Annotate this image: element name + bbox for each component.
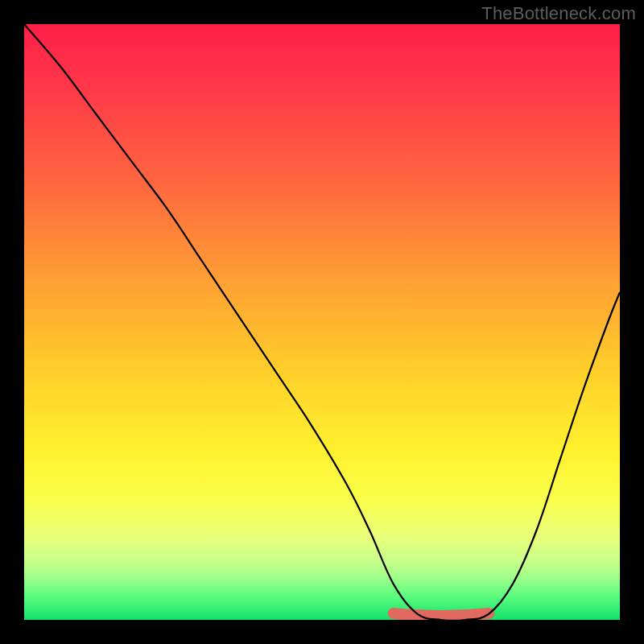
optimal-range-highlight — [394, 613, 489, 616]
bottleneck-curve — [24, 24, 620, 620]
chart-svg — [24, 24, 620, 620]
plot-area — [24, 24, 620, 620]
watermark-text: TheBottleneck.com — [481, 3, 636, 24]
chart-frame: TheBottleneck.com — [0, 0, 644, 644]
